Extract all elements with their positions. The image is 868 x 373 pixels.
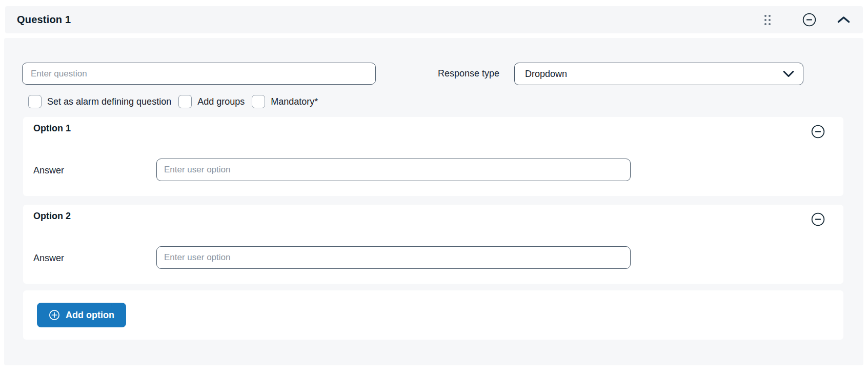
collapse-question-button[interactable] xyxy=(837,15,851,24)
drag-handle-icon[interactable] xyxy=(764,15,771,25)
minus-circle-icon xyxy=(811,212,825,226)
question-input[interactable] xyxy=(22,63,376,85)
alarm-defining-checkbox[interactable] xyxy=(28,95,42,108)
alarm-defining-label: Set as alarm defining question xyxy=(47,96,171,107)
remove-option-1-button[interactable] xyxy=(811,125,825,139)
remove-option-2-button[interactable] xyxy=(811,212,825,226)
chevron-down-icon xyxy=(782,70,795,78)
minus-circle-icon xyxy=(811,125,825,139)
response-type-label: Response type xyxy=(388,68,499,79)
response-type-selected-value: Dropdown xyxy=(525,69,567,80)
question-header: Question 1 xyxy=(5,6,863,33)
question-body-card: Response type Dropdown Set as alarm defi… xyxy=(4,38,863,365)
add-groups-checkbox-item: Add groups xyxy=(178,95,245,108)
response-type-select[interactable]: Dropdown xyxy=(514,63,803,85)
mandatory-label: Mandatory* xyxy=(271,96,318,107)
option-2-title: Option 2 xyxy=(33,211,71,222)
plus-circle-icon xyxy=(49,309,60,321)
option-1-answer-label: Answer xyxy=(33,165,64,176)
option-1-answer-input[interactable] xyxy=(156,159,631,181)
option-2-answer-input[interactable] xyxy=(156,246,631,269)
add-groups-label: Add groups xyxy=(197,96,245,107)
remove-question-button[interactable] xyxy=(802,13,816,27)
option-card-2: Option 2 Answer xyxy=(23,205,843,284)
add-groups-checkbox[interactable] xyxy=(178,95,192,108)
add-option-label: Add option xyxy=(66,310,114,321)
alarm-defining-checkbox-item: Set as alarm defining question xyxy=(28,95,171,108)
mandatory-checkbox-item: Mandatory* xyxy=(252,95,318,108)
add-option-card: Add option xyxy=(23,290,843,340)
question-header-actions xyxy=(764,13,851,27)
question-title: Question 1 xyxy=(17,14,71,26)
chevron-up-icon xyxy=(837,15,851,24)
add-option-button[interactable]: Add option xyxy=(37,303,126,327)
option-1-title: Option 1 xyxy=(33,123,71,134)
option-2-answer-label: Answer xyxy=(33,253,64,264)
question-flags-row: Set as alarm defining question Add group… xyxy=(28,95,318,108)
mandatory-checkbox[interactable] xyxy=(252,95,265,108)
option-card-1: Option 1 Answer xyxy=(23,117,843,196)
minus-circle-icon xyxy=(802,13,816,27)
